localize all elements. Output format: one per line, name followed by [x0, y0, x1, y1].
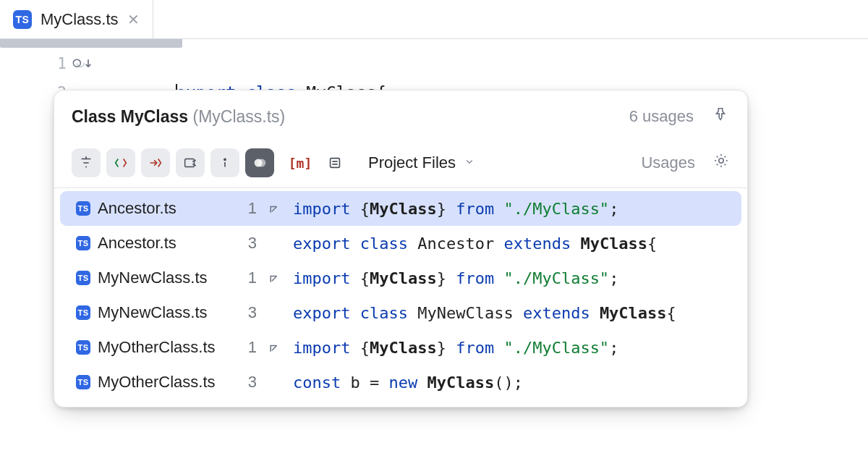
svg-point-2	[224, 159, 226, 160]
typescript-file-icon: TS	[76, 340, 90, 355]
usage-code-snippet: export class Ancestor extends MyClass{	[293, 235, 731, 253]
code-line-1[interactable]: export class MyClass{	[116, 49, 868, 78]
line-number: 1	[0, 49, 67, 78]
chevron-down-icon	[463, 153, 476, 172]
usage-code-snippet: export class MyNewClass extends MyClass{	[293, 304, 731, 322]
usage-line-number: 3	[238, 373, 257, 392]
popover-title: Class MyClass (MyClass.ts)	[72, 107, 285, 127]
filter-method-icon[interactable]: [m]	[286, 148, 315, 177]
usage-row[interactable]: TSMyNewClass.ts1import {MyClass} from ".…	[60, 261, 741, 295]
svg-point-0	[73, 59, 80, 67]
overridden-method-gutter-icon[interactable]	[71, 56, 95, 71]
settings-gear-icon[interactable]	[712, 152, 730, 174]
popover-toolbar: [m] Project Files Usages	[54, 141, 747, 188]
filter-info-icon[interactable]	[210, 148, 239, 177]
typescript-file-icon: TS	[13, 10, 32, 29]
usage-file: TSAncestor.ts	[76, 234, 229, 253]
usage-code-snippet: import {MyClass} from "./MyClass";	[293, 200, 731, 218]
usage-row[interactable]: TSMyNewClass.ts3export class MyNewClass …	[60, 295, 741, 330]
svg-rect-5	[331, 159, 340, 168]
import-usage-icon	[265, 340, 284, 355]
usage-line-number: 3	[238, 303, 257, 322]
find-usages-popover: Class MyClass (MyClass.ts) 6 usages	[54, 90, 748, 408]
popover-header: Class MyClass (MyClass.ts) 6 usages	[54, 90, 747, 141]
tab-filename: MyClass.ts	[41, 10, 119, 29]
usage-line-number: 1	[238, 199, 257, 218]
typescript-file-icon: TS	[76, 375, 90, 389]
filter-import-icon[interactable]	[141, 148, 170, 177]
usages-tab-label[interactable]: Usages	[641, 153, 695, 172]
usage-code-snippet: const b = new MyClass();	[293, 373, 731, 392]
usage-row[interactable]: TSMyOtherClass.ts1import {MyClass} from …	[60, 330, 741, 365]
scope-selector[interactable]: Project Files	[368, 153, 476, 172]
tab-myclass[interactable]: TS MyClass.ts ✕	[0, 0, 153, 38]
svg-rect-1	[185, 159, 195, 167]
filter-read-access-icon[interactable]	[72, 148, 101, 177]
filter-override-icon[interactable]	[245, 148, 274, 177]
typescript-file-icon: TS	[76, 236, 90, 250]
filter-new-expression-icon[interactable]	[176, 148, 205, 177]
tab-bar: TS MyClass.ts ✕	[0, 0, 868, 39]
usage-row[interactable]: TSAncestor.ts1import {MyClass} from "./M…	[60, 191, 741, 226]
usage-row[interactable]: TSAncestor.ts3export class Ancestor exte…	[60, 226, 741, 261]
usages-count: 6 usages	[629, 107, 694, 126]
usage-file: TSMyOtherClass.ts	[76, 338, 229, 357]
usage-file: TSAncestor.ts	[76, 199, 229, 218]
typescript-file-icon: TS	[76, 305, 90, 320]
svg-point-4	[258, 159, 265, 167]
filter-list-icon[interactable]	[320, 148, 349, 177]
usage-line-number: 3	[238, 234, 257, 253]
code-area[interactable]: export class MyClass{	[80, 39, 868, 78]
typescript-file-icon: TS	[76, 201, 90, 216]
usage-file: TSMyNewClass.ts	[76, 303, 229, 322]
usage-line-number: 1	[238, 338, 257, 357]
usage-row[interactable]: TSMyOtherClass.ts3const b = new MyClass(…	[60, 365, 741, 400]
svg-point-6	[719, 159, 723, 163]
usage-code-snippet: import {MyClass} from "./MyClass";	[293, 269, 731, 287]
usage-file: TSMyOtherClass.ts	[76, 373, 229, 392]
filter-write-access-icon[interactable]	[106, 148, 135, 177]
usage-line-number: 1	[238, 269, 257, 287]
usage-file: TSMyNewClass.ts	[76, 269, 229, 287]
close-tab-icon[interactable]: ✕	[127, 12, 140, 27]
import-usage-icon	[265, 271, 284, 285]
usage-code-snippet: import {MyClass} from "./MyClass";	[293, 339, 731, 357]
import-usage-icon	[265, 201, 284, 216]
pin-icon[interactable]	[712, 106, 728, 127]
typescript-file-icon: TS	[76, 271, 90, 285]
usages-results-list: TSAncestor.ts1import {MyClass} from "./M…	[54, 188, 747, 407]
